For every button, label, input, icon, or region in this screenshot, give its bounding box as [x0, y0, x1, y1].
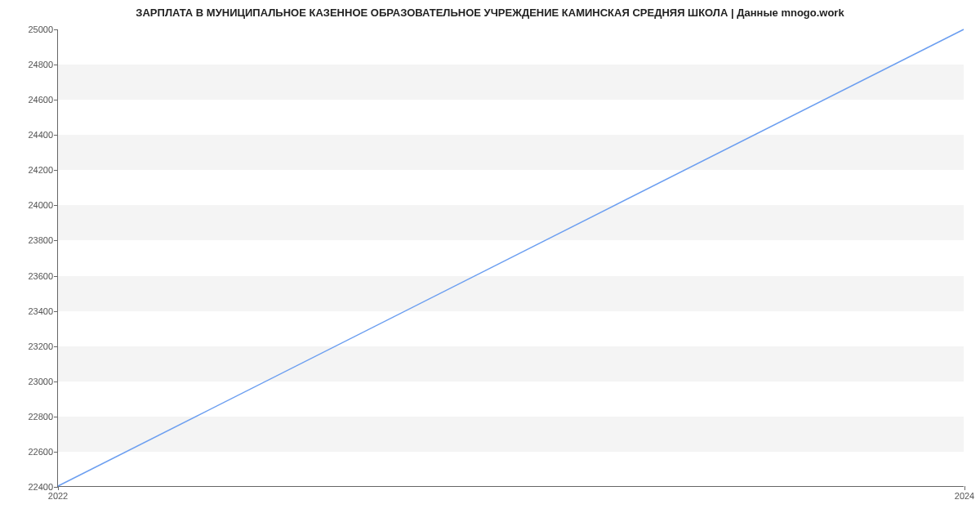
- plot-frame: 2240022600228002300023200234002360023800…: [57, 29, 964, 487]
- y-tick-label: 24400: [28, 130, 53, 140]
- y-tick-label: 24800: [28, 60, 53, 69]
- y-tick-label: 24000: [28, 200, 53, 210]
- x-tick-mark: [58, 486, 59, 490]
- line-layer: [58, 29, 964, 486]
- chart-title: ЗАРПЛАТА В МУНИЦИПАЛЬНОЕ КАЗЕННОЕ ОБРАЗО…: [0, 0, 980, 19]
- data-series-line: [58, 29, 964, 486]
- y-tick-label: 23400: [28, 306, 53, 316]
- y-tick-label: 23200: [28, 341, 53, 351]
- y-tick-label: 24600: [28, 95, 53, 105]
- y-tick-label: 23600: [28, 271, 53, 281]
- y-tick-label: 22600: [28, 447, 53, 457]
- y-tick-label: 25000: [28, 25, 53, 34]
- x-tick-mark: [964, 486, 965, 490]
- y-tick-label: 23800: [28, 235, 53, 245]
- y-tick-label: 24200: [28, 165, 53, 175]
- y-tick-label: 22800: [28, 412, 53, 422]
- chart-plot-area: 2240022600228002300023200234002360023800…: [57, 29, 964, 487]
- x-tick-label: 2022: [48, 491, 68, 501]
- x-tick-label: 2024: [955, 491, 974, 501]
- y-tick-label: 23000: [28, 377, 53, 386]
